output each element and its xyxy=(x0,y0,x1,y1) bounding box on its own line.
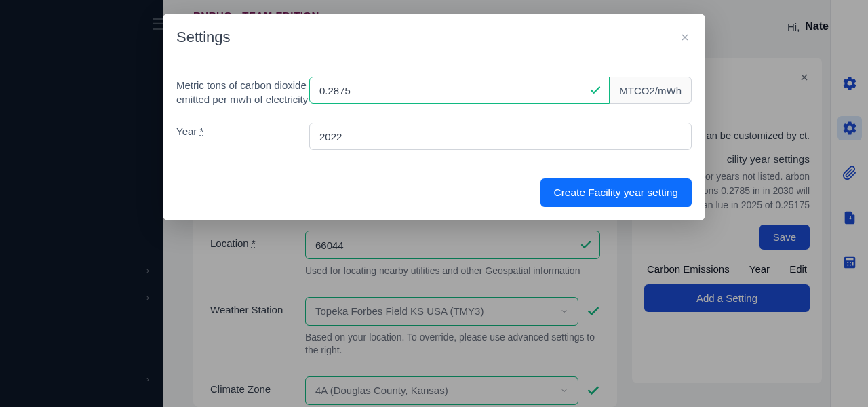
co2-label: Metric tons of carbon dioxide emitted pe… xyxy=(176,77,309,106)
create-facility-year-button[interactable]: Create Facility year setting xyxy=(540,178,692,207)
close-icon[interactable] xyxy=(679,32,690,43)
co2-row: Metric tons of carbon dioxide emitted pe… xyxy=(176,77,692,106)
year-label: Year * xyxy=(176,123,309,138)
year-label-text: Year xyxy=(176,125,197,137)
year-input[interactable] xyxy=(309,123,692,150)
check-icon xyxy=(589,84,601,96)
co2-unit: MTCO2/mWh xyxy=(610,77,692,104)
co2-input[interactable] xyxy=(309,77,610,104)
required-mark: * xyxy=(199,125,203,137)
year-row: Year * xyxy=(176,123,692,150)
modal-title: Settings xyxy=(176,28,231,46)
settings-modal: Settings Metric tons of carbon dioxide e… xyxy=(163,14,705,220)
